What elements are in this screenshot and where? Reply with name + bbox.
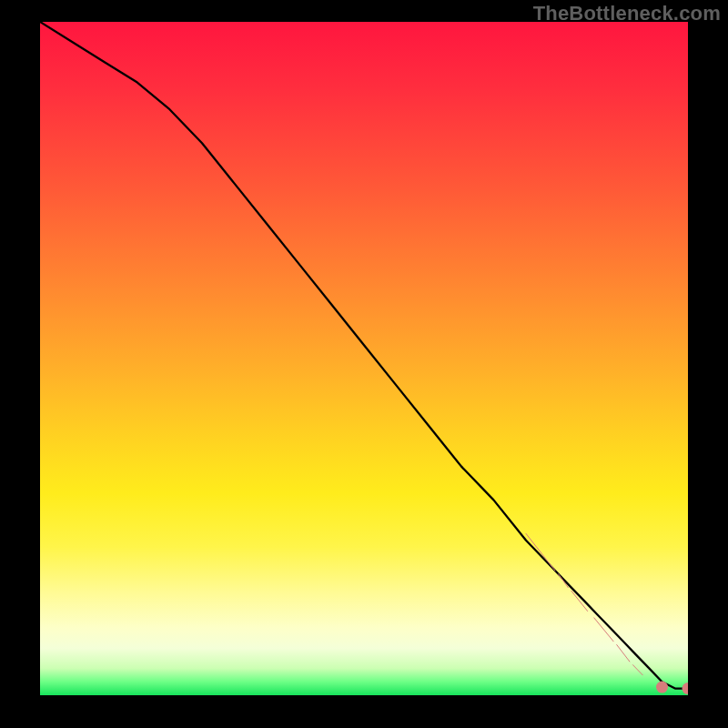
marker-group xyxy=(526,533,688,694)
chart-frame: TheBottleneck.com xyxy=(0,0,728,728)
marker-dot xyxy=(656,682,668,693)
marker-segment xyxy=(633,665,643,675)
chart-svg xyxy=(40,22,688,695)
bottleneck-curve xyxy=(40,22,688,689)
marker-segment xyxy=(559,574,569,588)
marker-segment xyxy=(526,533,555,571)
plot-area xyxy=(40,22,688,695)
marker-dot xyxy=(682,682,689,694)
